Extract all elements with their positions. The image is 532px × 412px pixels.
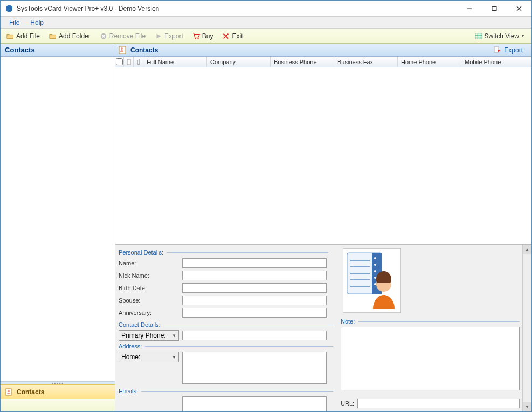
svg-point-8 [121, 47, 123, 50]
address-type-combo[interactable]: Home:▼ [119, 352, 179, 362]
scroll-up-icon[interactable]: ▲ [523, 245, 531, 254]
export-arrow-icon [493, 46, 502, 54]
remove-file-label: Remove File [109, 32, 146, 40]
contact-avatar [343, 248, 401, 313]
app-icon [5, 4, 13, 13]
column-checkbox[interactable] [115, 57, 124, 67]
switch-view-label: Switch View [485, 32, 519, 40]
menu-help[interactable]: Help [25, 18, 49, 28]
export-label: Export [164, 32, 183, 40]
main-header-title: Contacts [130, 46, 158, 54]
note-legend: Note: [341, 318, 520, 325]
detail-scrollbar[interactable]: ▲ ▼ [522, 245, 531, 411]
svg-point-22 [374, 283, 376, 285]
detail-pane: Personal Details: Name: Nick Name: Birth… [115, 244, 531, 411]
spouse-field[interactable] [182, 296, 327, 305]
svg-rect-10 [127, 59, 130, 65]
svg-point-21 [374, 277, 376, 279]
select-all-checkbox[interactable] [116, 58, 123, 65]
x-icon [222, 32, 230, 40]
menu-file[interactable]: File [4, 18, 25, 28]
svg-rect-7 [119, 46, 126, 54]
close-button[interactable] [507, 1, 531, 17]
grid-body[interactable] [115, 67, 531, 244]
name-label: Name: [119, 260, 182, 266]
add-folder-label: Add Folder [59, 32, 91, 40]
svg-point-20 [374, 270, 376, 272]
main-header: Contacts Export [115, 44, 531, 57]
column-full-name[interactable]: Full Name [143, 57, 207, 67]
svg-point-3 [197, 38, 198, 39]
sidebar-contacts-label: Contacts [17, 388, 44, 396]
contact-list-icon [119, 46, 127, 54]
column-home-phone[interactable]: Home Phone [398, 57, 461, 67]
chevron-down-icon: ▼ [172, 355, 176, 360]
add-file-label: Add File [16, 32, 40, 40]
anniversary-field[interactable] [182, 308, 327, 318]
birthdate-field[interactable] [182, 283, 327, 293]
emails-field[interactable] [182, 396, 327, 411]
address-field[interactable] [182, 352, 327, 384]
grid-icon [474, 32, 483, 40]
address-legend: Address: [119, 343, 333, 349]
contact-icon [5, 388, 13, 396]
svg-rect-0 [492, 6, 496, 10]
sidebar-contacts-tab[interactable]: Contacts [1, 384, 115, 399]
workspace: Contacts ●●●●● Contacts Contacts Expo [1, 44, 531, 411]
main-export-button[interactable]: Export [490, 46, 526, 54]
menu-bar: File Help [1, 17, 531, 29]
remove-icon [99, 32, 108, 40]
svg-point-2 [195, 38, 196, 39]
folder-open-icon [6, 32, 15, 40]
nickname-field[interactable] [182, 271, 327, 280]
svg-rect-9 [494, 47, 499, 52]
folder-icon [49, 32, 57, 40]
maximize-button[interactable] [482, 1, 507, 17]
exit-button[interactable]: Exit [218, 31, 246, 42]
nickname-label: Nick Name: [119, 272, 182, 279]
chevron-down-icon: ▼ [172, 333, 176, 338]
column-business-fax[interactable]: Business Fax [334, 57, 398, 67]
sidebar-header: Contacts [1, 44, 115, 57]
add-file-button[interactable]: Add File [3, 31, 43, 42]
anniversary-label: Anniversary: [119, 310, 182, 316]
column-flag-icon[interactable] [124, 57, 134, 67]
column-business-phone[interactable]: Business Phone [271, 57, 334, 67]
toolbar: Add File Add Folder Remove File Export B… [1, 29, 531, 44]
sidebar: Contacts ●●●●● Contacts [1, 44, 115, 411]
minimize-button[interactable] [457, 1, 482, 17]
add-folder-button[interactable]: Add Folder [45, 31, 94, 42]
birthdate-label: Birth Date: [119, 285, 182, 291]
url-row: URL: [341, 399, 520, 408]
svg-rect-4 [475, 33, 481, 39]
scroll-down-icon[interactable]: ▼ [523, 402, 531, 411]
main-export-label: Export [504, 46, 523, 54]
buy-label: Buy [202, 32, 213, 40]
note-field[interactable] [341, 327, 520, 390]
column-mobile-phone[interactable]: Mobile Phone [461, 57, 531, 67]
column-attachment-icon[interactable] [134, 57, 143, 67]
url-label: URL: [341, 400, 354, 407]
svg-point-18 [374, 257, 376, 259]
switch-view-button[interactable]: Switch View ▾ [471, 31, 527, 42]
exit-label: Exit [232, 32, 243, 40]
cart-icon [192, 32, 201, 40]
url-field[interactable] [357, 399, 520, 408]
play-icon [154, 32, 163, 40]
grid-header: Full Name Company Business Phone Busines… [115, 57, 531, 67]
sidebar-tree[interactable] [1, 57, 115, 381]
primary-phone-field[interactable] [182, 331, 327, 340]
column-company[interactable]: Company [207, 57, 271, 67]
chevron-down-icon: ▾ [522, 33, 524, 38]
window-title: SysTools vCard Viewer Pro+ v3.0 - Demo V… [17, 5, 457, 12]
sidebar-bottom-bar [1, 399, 115, 411]
primary-phone-combo[interactable]: Primary Phone:▼ [119, 330, 179, 341]
note-section: Note: [341, 317, 520, 392]
buy-button[interactable]: Buy [189, 31, 217, 42]
export-button[interactable]: Export [151, 31, 186, 42]
contact-details-legend: Contact Details: [119, 321, 333, 328]
main-panel: Contacts Export Full Name Company Busine… [115, 44, 531, 411]
emails-legend: Emails: [119, 388, 333, 394]
name-field[interactable] [182, 258, 327, 268]
remove-file-button[interactable]: Remove File [96, 31, 149, 42]
